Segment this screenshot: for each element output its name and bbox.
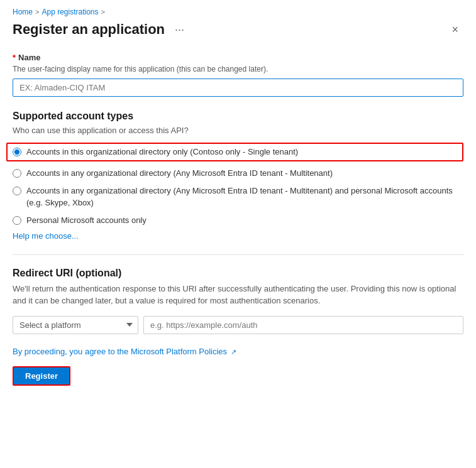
policy-link-text: By proceeding, you agree to the Microsof…: [13, 347, 227, 356]
redirect-uri-title: Redirect URI (optional): [13, 268, 463, 279]
breadcrumb-home[interactable]: Home: [13, 8, 33, 16]
radio-item-multitenant[interactable]: Accounts in any organizational directory…: [13, 168, 463, 179]
help-me-choose-link[interactable]: Help me choose...: [13, 231, 79, 241]
register-button[interactable]: Register: [13, 366, 70, 386]
policy-link-row: By proceeding, you agree to the Microsof…: [13, 347, 463, 356]
external-link-icon: ↗: [231, 348, 236, 356]
breadcrumb-app-registrations[interactable]: App registrations: [42, 8, 98, 16]
name-section: *Name The user-facing display name for t…: [13, 53, 463, 97]
breadcrumb-sep1: >: [35, 8, 39, 16]
platform-select-wrapper: Select a platform Web Single-page applic…: [13, 316, 138, 334]
radio-item-multitenant-personal[interactable]: Accounts in any organizational directory…: [13, 185, 463, 208]
radio-label-multitenant: Accounts in any organizational directory…: [26, 168, 333, 179]
name-description: The user-facing display name for this ap…: [13, 65, 463, 73]
radio-label-personal-only: Personal Microsoft accounts only: [26, 215, 147, 226]
platform-select[interactable]: Select a platform Web Single-page applic…: [13, 316, 138, 334]
page-container: Home > App registrations > Register an a…: [0, 0, 476, 398]
page-title: Register an application: [13, 21, 165, 38]
redirect-uri-input[interactable]: [143, 316, 463, 334]
radio-personal-only[interactable]: [13, 216, 21, 225]
radio-single-tenant[interactable]: [13, 148, 21, 156]
breadcrumb-sep2: >: [101, 8, 105, 16]
breadcrumb: Home > App registrations >: [13, 8, 463, 16]
redirect-inputs-row: Select a platform Web Single-page applic…: [13, 316, 463, 334]
close-button[interactable]: ×: [446, 22, 463, 38]
radio-multitenant[interactable]: [13, 169, 21, 178]
radio-label-single-tenant: Accounts in this organizational director…: [26, 146, 298, 158]
redirect-uri-section: Redirect URI (optional) We'll return the…: [13, 268, 463, 334]
radio-group: Accounts in this organizational director…: [13, 143, 463, 226]
page-header: Register an application ··· ×: [13, 21, 463, 38]
radio-item-single-tenant[interactable]: Accounts in this organizational director…: [6, 143, 463, 161]
divider: [13, 254, 463, 255]
name-input[interactable]: [13, 79, 463, 97]
redirect-uri-description: We'll return the authentication response…: [13, 283, 463, 307]
radio-item-personal-only[interactable]: Personal Microsoft accounts only: [13, 215, 463, 226]
name-label: *Name: [13, 53, 463, 62]
account-types-title: Supported account types: [13, 111, 463, 122]
page-title-row: Register an application ···: [13, 21, 188, 38]
account-types-subtitle: Who can use this application or access t…: [13, 126, 463, 135]
policy-link[interactable]: By proceeding, you agree to the Microsof…: [13, 347, 236, 356]
radio-multitenant-personal[interactable]: [13, 187, 21, 195]
ellipsis-button[interactable]: ···: [171, 22, 188, 38]
required-star: *: [13, 53, 16, 62]
radio-label-multitenant-personal: Accounts in any organizational directory…: [26, 185, 463, 208]
account-types-section: Supported account types Who can use this…: [13, 111, 463, 241]
